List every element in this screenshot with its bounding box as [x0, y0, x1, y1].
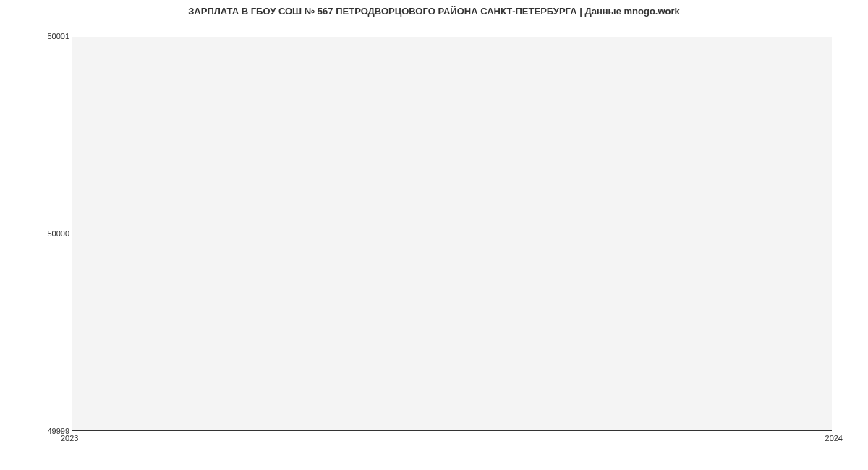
x-axis-tick-label: 2024 [825, 434, 843, 443]
y-axis-tick-label: 50001 [4, 33, 69, 40]
y-axis-tick-label: 50000 [4, 230, 69, 238]
grid-line [72, 36, 832, 37]
grid-line [72, 430, 832, 430]
y-axis-tick-label: 49999 [4, 427, 69, 435]
chart-title: ЗАРПЛАТА В ГБОУ СОШ № 567 ПЕТРОДВОРЦОВОГ… [0, 6, 868, 17]
chart-container: ЗАРПЛАТА В ГБОУ СОШ № 567 ПЕТРОДВОРЦОВОГ… [0, 0, 868, 470]
data-series-line [72, 234, 832, 234]
plot-area [72, 36, 832, 431]
x-axis-tick-label: 2023 [61, 434, 78, 443]
